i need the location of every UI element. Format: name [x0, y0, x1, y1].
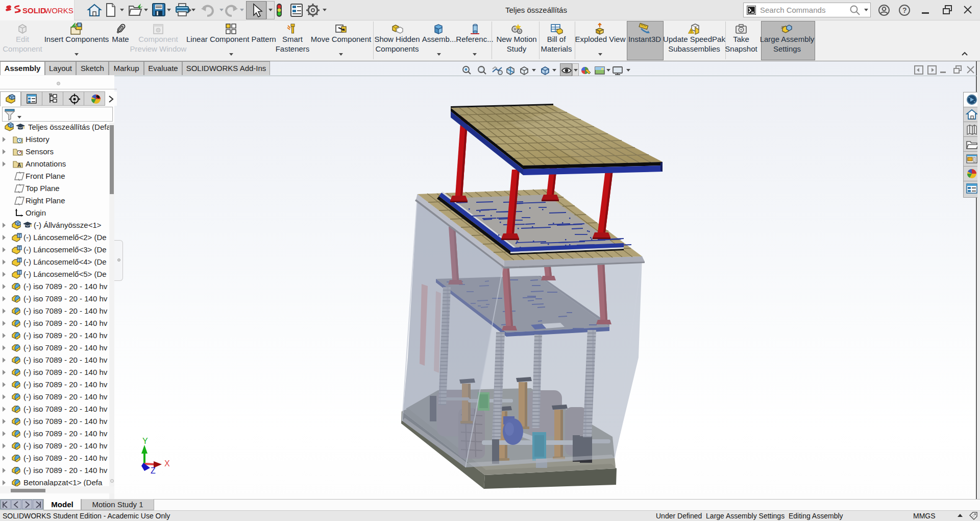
svg-text:A: A — [17, 162, 21, 168]
svg-text:?: ? — [902, 6, 907, 14]
svg-text:!: ! — [691, 29, 692, 34]
svg-text:WORKS: WORKS — [44, 6, 74, 15]
svg-text:SOLID: SOLID — [22, 6, 46, 15]
